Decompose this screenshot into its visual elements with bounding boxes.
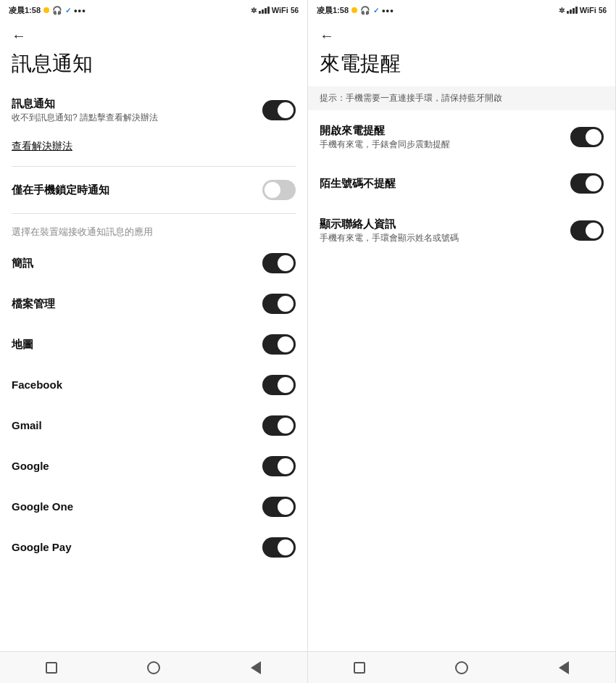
header-right: ←	[308, 20, 615, 49]
nav-square-left[interactable]	[40, 656, 63, 679]
nav-bar-right	[308, 651, 615, 683]
page-title-left: 訊息通知	[0, 49, 307, 86]
status-right-left: ✲ WiFi 56	[251, 6, 299, 15]
unknown-call-label: 陌生號碼不提醒	[320, 176, 562, 191]
signal-icon	[259, 7, 270, 14]
page-title-right: 來電提醒	[308, 49, 615, 86]
content-left: 訊息通知 收不到訊息通知? 請點擊查看解決辦法 查看解決辦法 僅在手機鎖定時通知…	[0, 86, 307, 651]
square-icon-right	[354, 662, 365, 674]
call-alert-sublabel: 手機有來電，手錶會同步震動提醒	[320, 139, 562, 151]
nav-circle-left[interactable]	[142, 656, 165, 679]
bluetooth-icon-right: ✲	[559, 7, 565, 15]
battery-label: 56	[291, 7, 299, 15]
left-panel: 凌晨1:58 🎧 ✓ ••• ✲ WiFi 56 ← 訊息通知 訊息通知 收不到…	[0, 0, 308, 683]
call-alert-row: 開啟來電提醒 手機有來電，手錶會同步震動提醒	[308, 110, 615, 160]
more-icon-right: •••	[382, 5, 394, 16]
divider-2	[12, 213, 296, 214]
app-row-6: Google One	[0, 487, 307, 527]
app-label-3: Facebook	[12, 378, 62, 392]
app-toggle-1[interactable]	[262, 294, 296, 314]
app-row-7: Google Pay	[0, 527, 307, 568]
headset-icon-right: 🎧	[360, 6, 370, 15]
header-left: ←	[0, 20, 307, 49]
notif-dot-right	[351, 7, 357, 13]
app-label-4: Gmail	[12, 418, 42, 433]
time-right: 凌晨1:58	[317, 5, 349, 16]
app-label-0: 簡訊	[12, 256, 33, 270]
content-right: 開啟來電提醒 手機有來電，手錶會同步震動提醒 陌生號碼不提醒 顯示聯絡人資訊 手…	[308, 110, 615, 651]
notification-toggle[interactable]	[262, 100, 296, 120]
contact-info-toggle[interactable]	[570, 220, 604, 241]
section-label: 選擇在裝置端接收通知訊息的應用	[0, 217, 307, 243]
app-toggle-0[interactable]	[262, 253, 296, 273]
nav-bar-left	[0, 651, 307, 683]
status-bar-left: 凌晨1:58 🎧 ✓ ••• ✲ WiFi 56	[0, 0, 307, 20]
back-button-right[interactable]: ←	[320, 28, 334, 44]
nav-triangle-left[interactable]	[244, 656, 267, 679]
unknown-call-toggle[interactable]	[570, 173, 604, 194]
notification-toggle-row: 訊息通知 收不到訊息通知? 請點擊查看解決辦法	[0, 86, 307, 133]
notification-sublabel: 收不到訊息通知? 請點擊查看解決辦法	[12, 112, 254, 124]
contact-info-sublabel: 手機有來電，手環會顯示姓名或號碼	[320, 233, 562, 244]
contact-info-row: 顯示聯絡人資訊 手機有來電，手環會顯示姓名或號碼	[308, 204, 615, 254]
signal-icon-right	[567, 7, 578, 14]
app-toggle-6[interactable]	[262, 497, 296, 517]
app-label-7: Google Pay	[12, 540, 72, 555]
lock-notif-row: 僅在手機鎖定時通知	[0, 170, 307, 210]
nav-square-right[interactable]	[348, 656, 371, 679]
app-label-2: 地圖	[12, 337, 33, 352]
lock-notif-label: 僅在手機鎖定時通知	[12, 183, 254, 197]
more-icon: •••	[74, 5, 86, 16]
status-left-right: 凌晨1:58 🎧 ✓ •••	[317, 5, 394, 16]
hint-bar: 提示：手機需要一直連接手環，請保持藍牙開啟	[308, 86, 615, 110]
toggle-knob	[278, 102, 294, 118]
link-text[interactable]: 查看解決辦法	[12, 140, 72, 152]
right-panel: 凌晨1:58 🎧 ✓ ••• ✲ WiFi 56 ← 來電提醒 提示：手機需要一…	[308, 0, 616, 683]
app-toggle-7[interactable]	[262, 537, 296, 558]
nav-circle-right[interactable]	[450, 656, 473, 679]
nav-triangle-right[interactable]	[552, 656, 575, 679]
wifi-icon-right: WiFi	[580, 6, 596, 15]
status-bar-right: 凌晨1:58 🎧 ✓ ••• ✲ WiFi 56	[308, 0, 615, 20]
status-right-right: ✲ WiFi 56	[559, 6, 607, 15]
app-row-2: 地圖	[0, 324, 307, 365]
call-alert-toggle[interactable]	[570, 127, 604, 147]
triangle-icon-right	[559, 661, 569, 674]
app-toggle-5[interactable]	[262, 456, 296, 476]
app-row-1: 檔案管理	[0, 283, 307, 324]
app-row-4: Gmail	[0, 405, 307, 446]
bluetooth-icon: ✲	[251, 7, 257, 15]
link-row: 查看解決辦法	[0, 133, 307, 163]
square-icon	[46, 662, 57, 674]
circle-icon	[147, 661, 160, 674]
call-alert-label: 開啟來電提醒	[320, 123, 562, 138]
lock-notif-toggle[interactable]	[262, 180, 296, 200]
verified-icon: ✓	[65, 7, 71, 15]
notif-dot	[43, 7, 49, 13]
verified-icon-right: ✓	[373, 7, 379, 15]
app-toggle-4[interactable]	[262, 415, 296, 436]
app-toggle-2[interactable]	[262, 334, 296, 355]
toggle-knob-lock	[265, 182, 280, 198]
unknown-call-row: 陌生號碼不提醒	[308, 160, 615, 204]
status-left: 凌晨1:58 🎧 ✓ •••	[9, 5, 86, 16]
app-label-5: Google	[12, 459, 49, 473]
app-label-1: 檔案管理	[12, 297, 55, 311]
app-row-5: Google	[0, 446, 307, 487]
app-toggle-3[interactable]	[262, 375, 296, 395]
divider-1	[12, 166, 296, 167]
time-left: 凌晨1:58	[9, 5, 41, 16]
contact-info-label: 顯示聯絡人資訊	[320, 217, 562, 231]
app-row-0: 簡訊	[0, 243, 307, 283]
circle-icon-right	[455, 661, 468, 674]
back-button-left[interactable]: ←	[12, 28, 26, 44]
app-label-6: Google One	[12, 500, 73, 514]
notification-label: 訊息通知	[12, 96, 254, 111]
wifi-icon: WiFi	[272, 6, 288, 15]
battery-label-right: 56	[599, 7, 607, 15]
app-row-3: Facebook	[0, 365, 307, 405]
triangle-icon	[251, 661, 261, 674]
headset-icon: 🎧	[52, 6, 62, 15]
